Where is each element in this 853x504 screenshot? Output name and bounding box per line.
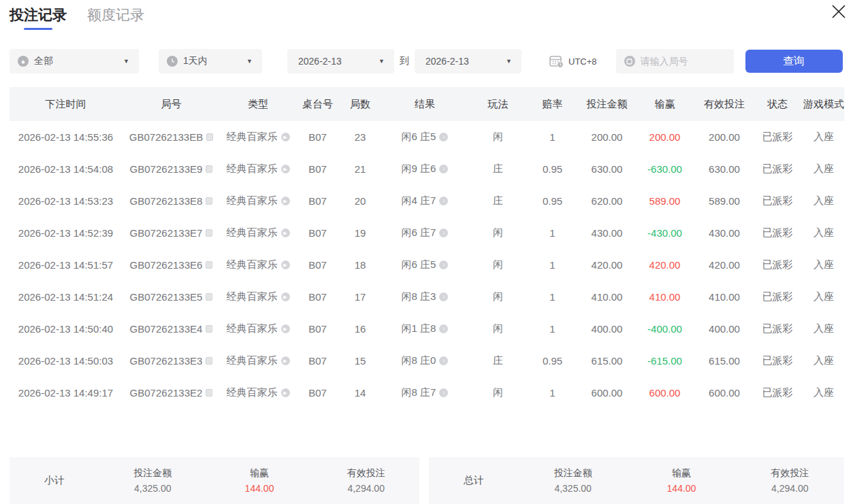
- status-value: 已派彩: [762, 290, 793, 303]
- play-value: 闲: [493, 258, 503, 271]
- game-type-value: 经典百家乐: [227, 354, 278, 367]
- valid-bet-cell: 630.00: [694, 153, 755, 185]
- play-arrow-icon[interactable]: ▶: [281, 388, 290, 397]
- result-cell: 闲6 庄5i: [381, 249, 469, 281]
- table-number-cell: B07: [295, 153, 340, 185]
- table-row: 2026-02-13 14:54:08GB07262133E9经典百家乐▶B07…: [10, 153, 844, 185]
- total-win-loss: 输赢 144.00: [627, 467, 735, 494]
- play-value: 闲: [493, 226, 503, 239]
- status-cell: 已派彩: [755, 249, 800, 281]
- round-id-cell: GB07262133E4: [122, 313, 221, 345]
- play-arrow-icon[interactable]: ▶: [281, 292, 290, 301]
- info-icon[interactable]: i: [439, 229, 448, 237]
- info-icon[interactable]: i: [439, 388, 448, 397]
- game-mode-value: 入座: [814, 322, 834, 335]
- play-arrow-icon[interactable]: ▶: [281, 324, 290, 333]
- table-row: 2026-02-13 14:52:39GB07262133E7经典百家乐▶B07…: [10, 217, 844, 249]
- play-cell: 闲: [469, 249, 527, 281]
- status-cell: 已派彩: [755, 281, 800, 313]
- bet-amount-value: 200.00: [592, 131, 623, 143]
- copy-icon[interactable]: [206, 165, 212, 173]
- round-id-cell: GB07262133E3: [122, 345, 221, 377]
- round-number-input[interactable]: [641, 56, 722, 67]
- result-cell: 闲6 庄7i: [381, 217, 469, 249]
- round-id-value: GB07262133E8: [130, 195, 203, 207]
- date-from-select[interactable]: 2026-2-13 ▼: [287, 49, 394, 73]
- result-value: 闲8 庄3: [402, 290, 436, 303]
- bet-amount-cell: 400.00: [578, 313, 636, 345]
- info-icon[interactable]: i: [439, 292, 448, 301]
- odds-value: 0.95: [543, 355, 562, 367]
- valid-bet-cell: 589.00: [694, 185, 755, 217]
- search-button[interactable]: 查询: [745, 50, 843, 73]
- game-mode-cell: 入座: [800, 153, 848, 185]
- round-id-cell: GB07262133EB: [122, 121, 221, 153]
- round-number-value: 23: [355, 131, 366, 143]
- game-mode-value: 入座: [814, 163, 834, 175]
- valid-bet-cell: 420.00: [694, 249, 755, 281]
- play-arrow-icon[interactable]: ▶: [281, 356, 290, 365]
- total-bet-amount: 投注金额 4,325.00: [519, 467, 627, 494]
- bet-time-value: 2026-02-13 14:51:57: [18, 259, 113, 271]
- round-id-cell: GB07262133E9: [122, 153, 221, 185]
- copy-icon[interactable]: [206, 389, 212, 397]
- column-header: 投注金额: [578, 87, 636, 121]
- status-value: 已派彩: [762, 195, 793, 207]
- copy-icon[interactable]: [206, 357, 212, 365]
- bet-time-cell: 2026-02-13 14:55:36: [10, 121, 122, 153]
- copy-icon[interactable]: [206, 325, 212, 333]
- info-icon[interactable]: i: [439, 356, 448, 365]
- valid-bet-value: 400.00: [709, 323, 740, 335]
- play-arrow-icon[interactable]: ▶: [281, 133, 290, 141]
- game-mode-value: 入座: [814, 290, 834, 303]
- info-icon[interactable]: i: [439, 324, 448, 333]
- date-to-select[interactable]: 2026-2-13 ▼: [415, 49, 521, 73]
- game-type-cell: 经典百家乐▶: [221, 313, 295, 345]
- play-arrow-icon[interactable]: ▶: [281, 229, 290, 237]
- bet-records-dialog: 投注记录 额度记录 ♠ 全部 ▼ 1天内 ▼ 2026-2-13 ▼: [0, 0, 853, 504]
- time-range-select[interactable]: 1天内 ▼: [159, 49, 262, 73]
- result-value: 闲8 庄0: [402, 354, 436, 367]
- copy-icon[interactable]: [206, 293, 212, 301]
- round-id-cell: GB07262133E2: [122, 377, 221, 409]
- info-icon[interactable]: i: [439, 261, 448, 269]
- game-type-select[interactable]: ♠ 全部 ▼: [10, 49, 139, 73]
- odds-value: 0.95: [543, 195, 562, 207]
- bet-time-cell: 2026-02-13 14:54:08: [10, 153, 122, 185]
- copy-icon[interactable]: [206, 229, 212, 237]
- info-icon[interactable]: i: [439, 165, 448, 173]
- round-id-value: GB07262133E4: [130, 323, 203, 335]
- bet-amount-cell: 615.00: [578, 345, 636, 377]
- copy-icon[interactable]: [206, 261, 212, 269]
- play-value: 庄: [493, 195, 503, 207]
- info-icon[interactable]: i: [439, 133, 448, 141]
- win-loss-cell: -615.00: [636, 345, 694, 377]
- bet-amount-value: 420.00: [592, 259, 623, 271]
- copy-icon[interactable]: [206, 197, 212, 205]
- table-number-value: B07: [308, 355, 327, 367]
- tab-bet-records[interactable]: 投注记录: [10, 5, 67, 30]
- valid-bet-value: 589.00: [709, 195, 740, 207]
- close-button[interactable]: [828, 1, 849, 22]
- game-type-value: 经典百家乐: [227, 226, 278, 239]
- bet-amount-value: 620.00: [592, 195, 623, 207]
- play-arrow-icon[interactable]: ▶: [281, 261, 290, 269]
- status-cell: 已派彩: [755, 185, 800, 217]
- play-arrow-icon[interactable]: ▶: [281, 197, 290, 205]
- copy-icon[interactable]: [206, 133, 213, 141]
- odds-value: 1: [549, 227, 555, 239]
- column-header: 玩法: [469, 87, 527, 121]
- bet-amount-cell: 630.00: [578, 153, 636, 185]
- game-type-value: 经典百家乐: [227, 386, 278, 399]
- tab-quota-records[interactable]: 额度记录: [87, 5, 144, 30]
- table-row: 2026-02-13 14:53:23GB07262133E8经典百家乐▶B07…: [10, 185, 844, 217]
- game-mode-value: 入座: [814, 386, 834, 399]
- info-icon[interactable]: i: [439, 197, 448, 205]
- odds-value: 1: [549, 259, 555, 271]
- valid-bet-value: 420.00: [709, 259, 740, 271]
- table-number-value: B07: [308, 227, 327, 239]
- play-arrow-icon[interactable]: ▶: [281, 165, 290, 173]
- table-number-cell: B07: [295, 313, 340, 345]
- game-type-cell: 经典百家乐▶: [221, 249, 295, 281]
- round-number-field[interactable]: [616, 49, 734, 73]
